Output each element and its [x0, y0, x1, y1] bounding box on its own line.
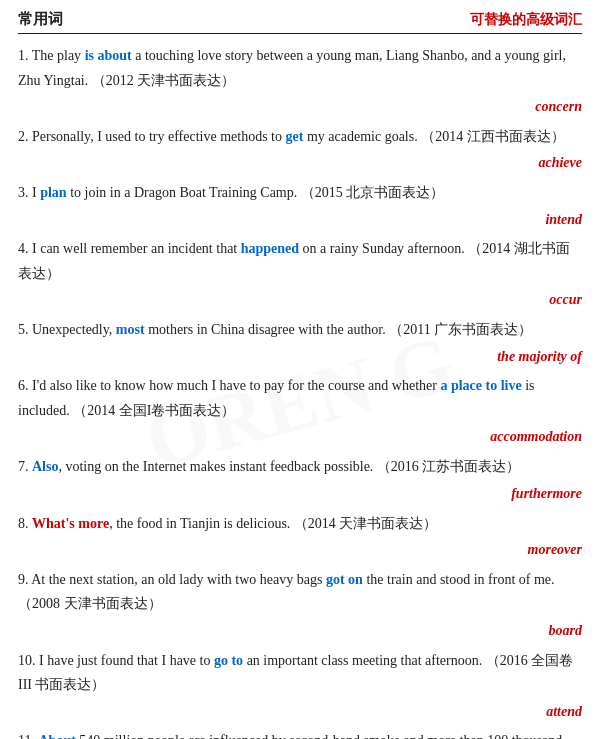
- sentence-text-8: 8. What's more, the food in Tianjin is d…: [18, 512, 582, 537]
- advanced-word-2: achieve: [18, 151, 582, 175]
- normal-text-5: mothers in China disagree with the autho…: [145, 322, 533, 337]
- normal-text-5: 5. Unexpectedly,: [18, 322, 116, 337]
- highlight-red-word-8: What's more: [32, 516, 109, 531]
- highlight-word-5: most: [116, 322, 145, 337]
- sentence-text-6: 6. I'd also like to know how much I have…: [18, 374, 582, 423]
- normal-text-3: to join in a Dragon Boat Training Camp. …: [67, 185, 445, 200]
- sentence-2: 2. Personally, I used to try effective m…: [18, 125, 582, 175]
- highlight-word-10: go to: [214, 653, 243, 668]
- normal-text-10: 10. I have just found that I have to: [18, 653, 214, 668]
- normal-text-6: 6. I'd also like to know how much I have…: [18, 378, 440, 393]
- normal-text-9: 9. At the next station, an old lady with…: [18, 572, 326, 587]
- sentence-text-4: 4. I can well remember an incident that …: [18, 237, 582, 286]
- normal-text-3: 3. I: [18, 185, 40, 200]
- normal-text-7: , voting on the Internet makes instant f…: [58, 459, 520, 474]
- normal-text-8: 8.: [18, 516, 32, 531]
- normal-text-2: 2. Personally, I used to try effective m…: [18, 129, 286, 144]
- sentence-text-11: 11. About 540 million people are influen…: [18, 729, 582, 739]
- sentence-6: 6. I'd also like to know how much I have…: [18, 374, 582, 449]
- normal-text-11: 540 million people are influenced by sec…: [18, 733, 562, 739]
- highlight-word-9: got on: [326, 572, 363, 587]
- sentence-10: 10. I have just found that I have to go …: [18, 649, 582, 724]
- normal-text-1: 1. The play: [18, 48, 85, 63]
- sentence-9: 9. At the next station, an old lady with…: [18, 568, 582, 643]
- highlight-word-11: About: [38, 733, 75, 739]
- highlight-word-7: Also: [32, 459, 58, 474]
- sentence-7: 7. Also, voting on the Internet makes in…: [18, 455, 582, 505]
- advanced-word-9: board: [18, 619, 582, 643]
- normal-text-8: , the food in Tianjin is delicious. （201…: [109, 516, 437, 531]
- sentences-container: 1. The play is about a touching love sto…: [18, 44, 582, 739]
- advanced-word-6: accommodation: [18, 425, 582, 449]
- sentence-text-1: 1. The play is about a touching love sto…: [18, 44, 582, 93]
- sentence-11: 11. About 540 million people are influen…: [18, 729, 582, 739]
- sentence-text-10: 10. I have just found that I have to go …: [18, 649, 582, 698]
- advanced-word-8: moreover: [18, 538, 582, 562]
- header-row: 常用词 可替换的高级词汇: [18, 10, 582, 34]
- highlight-word-1: is about: [85, 48, 132, 63]
- sentence-text-5: 5. Unexpectedly, most mothers in China d…: [18, 318, 582, 343]
- sentence-text-7: 7. Also, voting on the Internet makes in…: [18, 455, 582, 480]
- highlight-word-6: a place to live: [440, 378, 521, 393]
- sentence-text-3: 3. I plan to join in a Dragon Boat Train…: [18, 181, 582, 206]
- highlight-word-2: get: [286, 129, 304, 144]
- sentence-text-2: 2. Personally, I used to try effective m…: [18, 125, 582, 150]
- sentence-4: 4. I can well remember an incident that …: [18, 237, 582, 312]
- advanced-word-5: the majority of: [18, 345, 582, 369]
- sentence-3: 3. I plan to join in a Dragon Boat Train…: [18, 181, 582, 231]
- normal-text-11: 11.: [18, 733, 38, 739]
- highlight-word-3: plan: [40, 185, 66, 200]
- advanced-word-4: occur: [18, 288, 582, 312]
- header-right: 可替换的高级词汇: [470, 11, 582, 29]
- sentence-5: 5. Unexpectedly, most mothers in China d…: [18, 318, 582, 368]
- advanced-word-7: furthermore: [18, 482, 582, 506]
- advanced-word-3: intend: [18, 208, 582, 232]
- normal-text-4: 4. I can well remember an incident that: [18, 241, 241, 256]
- normal-text-2: my academic goals. （2014 江西书面表达）: [303, 129, 564, 144]
- sentence-text-9: 9. At the next station, an old lady with…: [18, 568, 582, 617]
- sentence-1: 1. The play is about a touching love sto…: [18, 44, 582, 119]
- header-left: 常用词: [18, 10, 63, 29]
- advanced-word-1: concern: [18, 95, 582, 119]
- highlight-word-4: happened: [241, 241, 299, 256]
- advanced-word-10: attend: [18, 700, 582, 724]
- sentence-8: 8. What's more, the food in Tianjin is d…: [18, 512, 582, 562]
- normal-text-7: 7.: [18, 459, 32, 474]
